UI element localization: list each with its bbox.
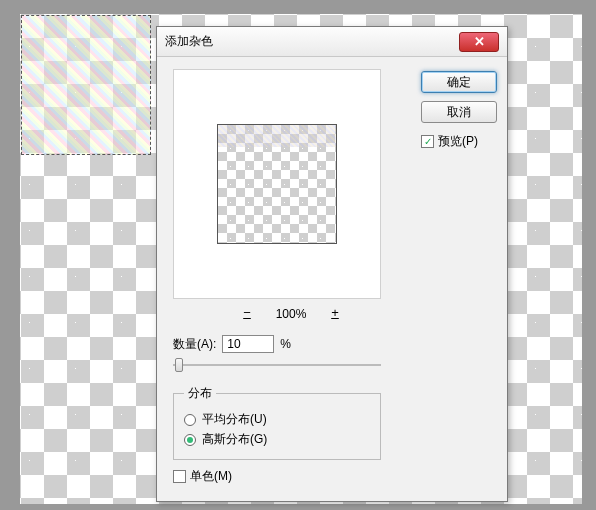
amount-suffix: % bbox=[280, 337, 291, 351]
uniform-label: 平均分布(U) bbox=[202, 411, 267, 428]
zoom-out-button[interactable]: − bbox=[239, 307, 255, 321]
dialog-titlebar[interactable]: 添加杂色 ✕ bbox=[157, 27, 507, 57]
noise-selection-region[interactable] bbox=[21, 15, 151, 155]
monochrome-checkbox[interactable] bbox=[173, 470, 186, 483]
uniform-radio[interactable] bbox=[184, 414, 196, 426]
ok-button[interactable]: 确定 bbox=[421, 71, 497, 93]
gaussian-label: 高斯分布(G) bbox=[202, 431, 267, 448]
amount-input[interactable] bbox=[222, 335, 274, 353]
preview-panel bbox=[173, 69, 381, 299]
close-button[interactable]: ✕ bbox=[459, 32, 499, 52]
amount-label: 数量(A): bbox=[173, 336, 216, 353]
preview-thumbnail[interactable] bbox=[217, 124, 337, 244]
amount-slider[interactable] bbox=[173, 357, 381, 373]
preview-checkbox[interactable]: ✓ bbox=[421, 135, 434, 148]
zoom-in-button[interactable]: + bbox=[327, 307, 343, 321]
slider-thumb[interactable] bbox=[175, 358, 183, 372]
preview-label: 预览(P) bbox=[438, 133, 478, 150]
close-icon: ✕ bbox=[474, 34, 485, 49]
add-noise-dialog: 添加杂色 ✕ − 100% + 数量(A): % bbox=[156, 26, 508, 502]
cancel-button[interactable]: 取消 bbox=[421, 101, 497, 123]
dialog-title: 添加杂色 bbox=[165, 33, 213, 50]
distribution-group: 分布 平均分布(U) 高斯分布(G) bbox=[173, 385, 381, 460]
slider-track bbox=[173, 364, 381, 366]
monochrome-label: 单色(M) bbox=[190, 468, 232, 485]
gaussian-radio[interactable] bbox=[184, 434, 196, 446]
preview-noise-overlay bbox=[218, 125, 336, 147]
distribution-legend: 分布 bbox=[184, 385, 216, 402]
zoom-value: 100% bbox=[273, 307, 309, 321]
